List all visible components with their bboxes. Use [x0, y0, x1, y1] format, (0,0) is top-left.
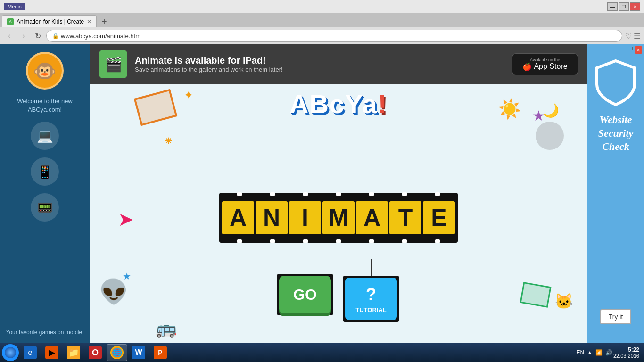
try-it-button[interactable]: Try it — [600, 309, 632, 324]
tutorial-label: TUTORIAL — [355, 306, 386, 313]
film-hole — [435, 192, 440, 196]
avatar: 🐵 — [26, 52, 64, 90]
film-hole — [303, 239, 308, 243]
tab-bar: A Animation for Kids | Create ✕ + — [0, 13, 644, 27]
bus-decoration: 🚌 — [156, 319, 177, 338]
active-tab[interactable]: A Animation for Kids | Create ✕ — [2, 15, 97, 27]
film-hole — [336, 239, 341, 243]
letter-t: T — [389, 201, 421, 234]
close-button[interactable]: ✕ — [630, 2, 640, 11]
ipad-banner-text: Animate is available for iPad! Save anim… — [135, 55, 283, 73]
abc-text: ABc — [289, 89, 345, 119]
url-bar[interactable]: 🔒 www.abcya.com/animate.htm — [46, 30, 622, 42]
sidebar-laptop-item[interactable]: 💻 — [31, 122, 59, 150]
address-bar: ‹ › ↻ 🔒 www.abcya.com/animate.htm ♡ ☰ — [0, 27, 644, 44]
taskbar-ie[interactable]: e — [20, 344, 41, 361]
address-bar-right: ♡ ☰ — [625, 32, 640, 41]
browser-chrome: Меню — ❐ ✕ A Animation for Kids | Create… — [0, 0, 644, 44]
tutorial-wire — [371, 259, 372, 276]
tab-close-icon[interactable]: ✕ — [87, 18, 91, 25]
taskbar-files[interactable]: 📁 — [63, 344, 84, 361]
taskbar-chrome[interactable]: 🌐 — [107, 344, 127, 361]
main-content: 🎬 Animate is available for iPad! Save an… — [90, 44, 587, 343]
network-icon: 📶 — [595, 349, 603, 356]
film-hole — [402, 192, 407, 196]
refresh-button[interactable]: ↻ — [32, 30, 43, 41]
word-icon: W — [132, 346, 145, 359]
film-hole — [402, 239, 407, 243]
right-advertisement: ℹ ✕ Website Security Check Try it — [587, 44, 644, 343]
ipad-banner-title: Animate is available for iPad! — [135, 55, 283, 66]
letter-n: N — [256, 201, 288, 234]
sidebar-tablet-item[interactable]: 📱 — [31, 157, 59, 186]
restore-button[interactable]: ❐ — [619, 2, 629, 11]
opera-icon: O — [89, 346, 102, 359]
forward-button[interactable]: › — [18, 30, 29, 41]
dots-decoration: ❋ — [165, 136, 172, 146]
clock-time: 5:22 — [613, 346, 639, 353]
letter-e: E — [423, 201, 455, 234]
new-tab-button[interactable]: + — [99, 16, 110, 27]
left-sidebar: 🐵 Welcome to the new ABCya.com! 💻 📱 📟 Yo… — [0, 44, 90, 343]
phone-icon: 📟 — [31, 193, 59, 222]
tab-title: Animation for Kids | Create — [17, 18, 84, 25]
laptop-icon: 💻 — [31, 122, 59, 150]
system-tray: EN ▲ 📶 🔊 — [576, 349, 612, 356]
url-text: www.abcya.com/animate.htm — [61, 33, 140, 40]
taskbar-ppt[interactable]: P — [150, 344, 171, 361]
start-button[interactable] — [2, 344, 19, 361]
arrow-decoration: ➤ — [118, 208, 134, 230]
ad-close-button[interactable]: ✕ — [635, 46, 642, 54]
sparkle-decoration: ✦ — [184, 89, 193, 102]
animate-strip: A N I M A T E — [219, 193, 458, 243]
sidebar-phone-item[interactable]: 📟 — [31, 193, 59, 222]
film-hole — [369, 239, 374, 243]
minimize-button[interactable]: — — [607, 2, 618, 11]
back-button[interactable]: ‹ — [4, 30, 15, 41]
abcya-logo: ABcYa! — [289, 91, 388, 117]
film-hole — [270, 239, 275, 243]
taskbar-opera[interactable]: O — [85, 344, 106, 361]
film-holes-bottom — [219, 239, 458, 243]
go-button[interactable]: GO — [279, 276, 331, 313]
letter-m: M — [322, 201, 355, 234]
film-hole — [336, 192, 341, 196]
appstore-top-text: Available on the — [520, 58, 570, 62]
sidebar-bottom-text: Your favorite games on mobile. — [6, 329, 84, 336]
title-bar-left: Меню — [4, 3, 25, 10]
moon-decoration: 🌙 — [543, 103, 559, 118]
film-hole — [237, 239, 242, 243]
media-icon: ▶ — [45, 346, 58, 359]
appstore-button[interactable]: Available on the 🍎 App Store — [512, 53, 578, 75]
menu-button[interactable]: Меню — [4, 3, 25, 10]
chrome-icon: 🌐 — [110, 346, 124, 359]
cat-decoration: 🐱 — [554, 292, 573, 310]
taskbar-clock: 5:22 22.03.2016 — [613, 346, 642, 359]
page-content: 🐵 Welcome to the new ABCya.com! 💻 📱 📟 Yo… — [0, 44, 644, 343]
files-icon: 📁 — [67, 346, 80, 359]
ad-info-icon[interactable]: ℹ — [632, 46, 634, 51]
clock-date: 22.03.2016 — [613, 353, 639, 359]
abcya-logo-area: ABcYa! — [289, 91, 388, 117]
letter-a1: A — [222, 201, 254, 234]
letter-a2: A — [356, 201, 388, 234]
circle-decoration — [536, 122, 564, 150]
taskbar-media[interactable]: ▶ — [41, 344, 62, 361]
tutorial-button[interactable]: ? TUTORIAL — [345, 278, 397, 320]
alien-decoration: 👽 — [99, 278, 128, 305]
film-frame-green-decoration — [520, 282, 552, 308]
film-hole — [435, 239, 440, 243]
ipad-banner: 🎬 Animate is available for iPad! Save an… — [90, 44, 587, 84]
favorites-button[interactable]: ♡ — [625, 32, 632, 41]
ipad-banner-icon: 🎬 — [99, 50, 127, 78]
film-hole — [303, 192, 308, 196]
ya-text: Ya — [345, 89, 378, 119]
go-film-strip: GO — [277, 274, 333, 315]
shield-icon — [594, 58, 637, 106]
settings-button[interactable]: ☰ — [634, 32, 640, 41]
window-controls: — ❐ ✕ — [607, 2, 640, 11]
ad-text: Website Security Check — [598, 113, 634, 154]
taskbar-word[interactable]: W — [128, 344, 149, 361]
lang-indicator: EN — [576, 349, 584, 356]
sidebar-welcome-text: Welcome to the new ABCya.com! — [5, 97, 85, 114]
